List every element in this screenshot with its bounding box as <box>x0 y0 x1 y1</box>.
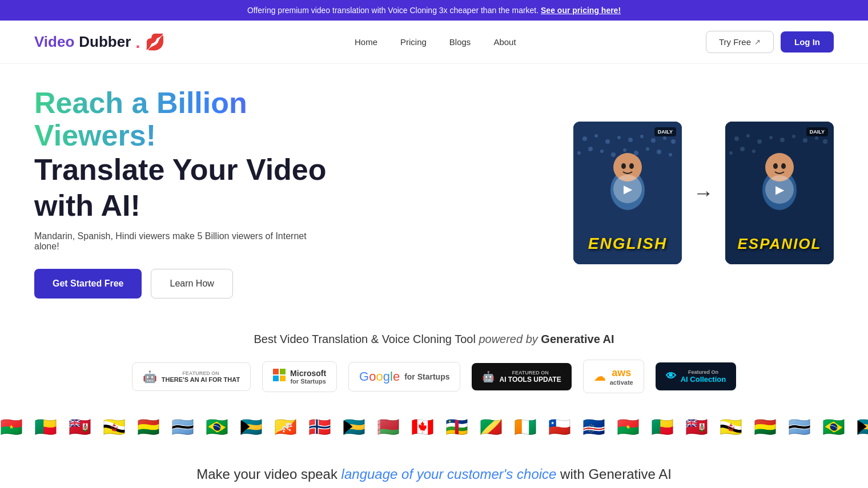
svg-point-28 <box>780 138 785 142</box>
svg-point-29 <box>792 135 795 138</box>
flag-item: 🇧🇳 <box>103 416 126 438</box>
play-button-english[interactable]: ▶ <box>613 175 642 203</box>
hero-title-line1: Reach a Billion Viewers! <box>34 87 331 152</box>
aws-icon: ☁ <box>594 370 605 384</box>
nav-pricing[interactable]: Pricing <box>400 37 427 47</box>
flag-item: 🇨🇱 <box>548 416 571 438</box>
svg-point-2 <box>594 134 598 138</box>
svg-point-14 <box>623 148 626 152</box>
flag-item: 🇧🇴 <box>754 416 777 438</box>
nav-about[interactable]: About <box>493 37 516 47</box>
ai-collection-icon: 👁 <box>666 370 676 382</box>
svg-rect-40 <box>273 369 279 374</box>
arrow-right-icon: → <box>693 181 714 205</box>
flag-item: 🇧🇫 <box>617 416 640 438</box>
logo[interactable]: VideoDubber. 💋 <box>34 33 165 52</box>
top-banner: Offering premium video translation with … <box>0 0 868 21</box>
logo-dubber: Dubber <box>79 33 131 51</box>
svg-point-8 <box>663 136 666 140</box>
flag-item: 🇨🇻 <box>582 416 605 438</box>
tools-update-icon: 🤖 <box>482 370 495 383</box>
svg-point-33 <box>729 151 733 155</box>
hero-images: ▶ DAILY ENGLISH → <box>573 122 834 264</box>
flag-item: 🇧🇴 <box>137 416 160 438</box>
svg-point-25 <box>746 134 750 138</box>
svg-point-4 <box>617 136 621 139</box>
video-label-espanol: ESPANIOL <box>738 235 822 253</box>
get-started-button[interactable]: Get Started Free <box>34 269 142 299</box>
flags-row: 🇧🇫🇧🇯🇧🇲🇧🇳🇧🇴🇧🇼🇧🇷🇧🇸🇧🇹🇳🇴🇧🇸🇧🇾🇨🇦🇨🇫🇨🇬🇨🇮🇨🇱🇨🇻🇧🇫🇧🇯… <box>0 405 868 449</box>
nav-home[interactable]: Home <box>355 37 377 47</box>
flag-item: 🇧🇸 <box>240 416 263 438</box>
nav-actions: Try Free ↗ Log In <box>706 31 834 53</box>
video-label-english: ENGLISH <box>588 235 667 253</box>
flag-item: 🇧🇯 <box>34 416 57 438</box>
login-button[interactable]: Log In <box>781 31 834 53</box>
svg-point-27 <box>769 136 773 139</box>
flag-item: 🇧🇷 <box>822 416 845 438</box>
flag-item: 🇨🇮 <box>514 416 537 438</box>
learn-how-button[interactable]: Learn How <box>151 269 232 299</box>
hero-buttons: Get Started Free Learn How <box>34 269 331 299</box>
svg-point-24 <box>734 136 739 141</box>
flag-item: 🇧🇼 <box>788 416 811 438</box>
hero-text: Reach a Billion Viewers! Translate Your … <box>34 87 331 299</box>
video-card-espanol[interactable]: ▶ DAILY ESPANIOL <box>725 122 834 264</box>
svg-point-31 <box>815 136 818 140</box>
svg-point-32 <box>823 139 827 144</box>
svg-point-21 <box>621 163 626 169</box>
microsoft-icon <box>273 369 286 385</box>
svg-point-5 <box>628 138 633 142</box>
svg-point-10 <box>577 151 581 155</box>
flag-item: 🇧🇹 <box>274 416 297 438</box>
channel-badge-english: DAILY <box>654 127 676 136</box>
badge-aws: ☁ aws activate <box>583 360 644 393</box>
svg-point-9 <box>671 139 676 144</box>
svg-point-30 <box>803 138 807 143</box>
svg-point-11 <box>588 147 593 151</box>
badge-ai-collection: 👁 Featured On AI Collection <box>656 362 736 390</box>
logo-lips: 💋 <box>145 33 165 51</box>
svg-point-35 <box>752 150 756 153</box>
flag-item: 🇧🇷 <box>206 416 228 438</box>
svg-point-16 <box>646 147 649 151</box>
logo-video: Video <box>34 33 74 51</box>
svg-point-39 <box>781 163 786 169</box>
flag-item: 🇨🇬 <box>480 416 503 438</box>
flag-item: 🇧🇲 <box>69 416 91 438</box>
logo-dot: . <box>135 33 140 52</box>
flag-item: 🇳🇴 <box>308 416 331 438</box>
flag-item: 🇨🇦 <box>411 416 434 438</box>
svg-point-3 <box>605 139 610 144</box>
play-button-espanol[interactable]: ▶ <box>765 175 794 204</box>
svg-point-7 <box>651 138 656 143</box>
try-free-button[interactable]: Try Free ↗ <box>706 31 774 53</box>
flag-item: 🇧🇸 <box>343 416 365 438</box>
banner-text: Offering premium video translation with … <box>247 6 539 15</box>
channel-badge-espanol: DAILY <box>806 127 828 136</box>
svg-point-26 <box>757 139 762 144</box>
svg-point-13 <box>611 152 616 157</box>
flag-item: 🇧🇸 <box>857 416 868 438</box>
powered-title: Best Video Translation & Voice Cloning T… <box>34 333 834 346</box>
hero-subtitle: Mandarin, Spanish, Hindi viewers make 5 … <box>34 231 331 252</box>
banner-link[interactable]: See our pricing here! <box>541 6 621 15</box>
flag-item: 🇧🇳 <box>720 416 742 438</box>
svg-point-18 <box>669 153 672 156</box>
badges-row: 🤖 FEATURED ON THERE'S AN AI FOR THAT Mic… <box>34 360 834 393</box>
nav-blogs[interactable]: Blogs <box>449 37 471 47</box>
nav-links: Home Pricing Blogs About <box>355 37 516 47</box>
speak-section: Make your video speak language of your c… <box>0 449 868 488</box>
badge-google: Google for Startups <box>348 362 460 392</box>
flag-item: 🇧🇫 <box>0 416 23 438</box>
external-link-icon: ↗ <box>754 38 761 46</box>
flag-item: 🇨🇫 <box>445 416 468 438</box>
svg-point-34 <box>740 147 745 151</box>
badge-microsoft: Microsoft for Startups <box>262 361 337 392</box>
flag-item: 🇧🇾 <box>377 416 400 438</box>
video-card-english[interactable]: ▶ DAILY ENGLISH <box>573 122 682 264</box>
hero-title-line2: Translate Your Video with AI! <box>34 152 331 223</box>
flag-item: 🇧🇼 <box>171 416 194 438</box>
svg-point-6 <box>640 135 644 138</box>
navigation: VideoDubber. 💋 Home Pricing Blogs About … <box>0 21 868 64</box>
